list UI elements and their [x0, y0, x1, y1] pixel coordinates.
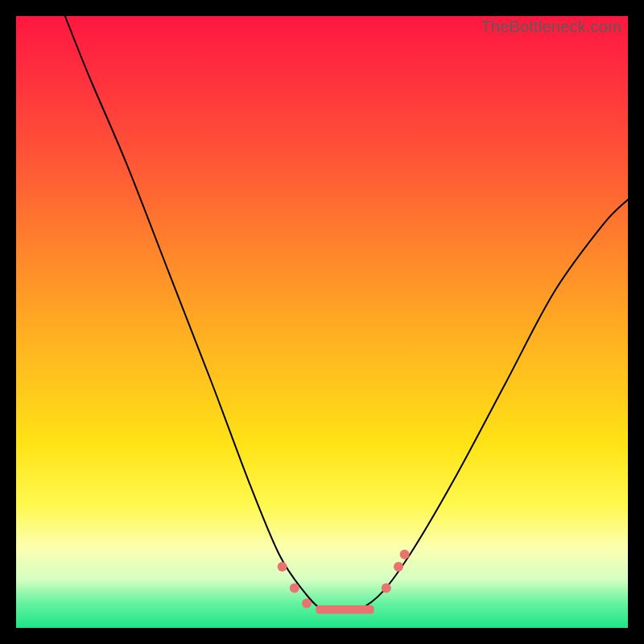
curve-marker [382, 584, 391, 593]
curve-marker [278, 562, 287, 572]
curve-marker [302, 599, 312, 609]
curve-flat-segment [316, 605, 374, 614]
chart-plot-area: TheBottleneck.com [16, 16, 628, 628]
chart-frame: TheBottleneck.com [0, 0, 644, 644]
curve-marker [394, 562, 403, 572]
curve-markers-group [278, 550, 410, 609]
bottleneck-curve-path [65, 16, 628, 611]
curve-marker [290, 584, 299, 593]
bottleneck-curve-svg [16, 16, 628, 628]
curve-marker [400, 550, 410, 559]
